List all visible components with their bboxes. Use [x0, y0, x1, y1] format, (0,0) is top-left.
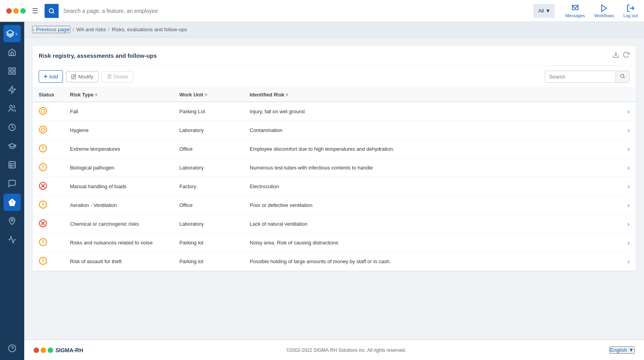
cell-identified-risk: Numerous test tubes with infectious cont… [243, 159, 620, 177]
modify-button[interactable]: Modify [66, 71, 98, 82]
row-detail-button[interactable]: › [628, 202, 630, 209]
search-icon [48, 7, 55, 14]
row-detail-button[interactable]: › [628, 239, 630, 246]
sidebar-item-activity[interactable] [4, 81, 21, 98]
status-icon [39, 107, 47, 115]
svg-line-22 [624, 77, 625, 78]
th-risk-type: Risk Type ▿ [64, 88, 173, 102]
search-icon-box [45, 4, 59, 18]
row-detail-button[interactable]: › [628, 146, 630, 153]
cell-work-unit: Office [173, 140, 243, 159]
breadcrumb-wa-risks: WA and risks [76, 27, 106, 32]
sidebar-item-chat[interactable] [4, 175, 21, 192]
cell-chevron: › [620, 252, 636, 271]
sidebar-item-compliance[interactable] [4, 212, 21, 230]
sidebar-item-analytics[interactable] [4, 231, 21, 248]
card-header: Risk registry, assessments and follow-up… [32, 46, 636, 66]
download-button[interactable] [612, 51, 619, 60]
cell-chevron: › [620, 102, 636, 121]
people-icon [8, 104, 16, 113]
download-icon [612, 51, 619, 58]
dashboard-icon [8, 67, 16, 75]
top-nav: ☰ All ▼ Messages Workflows [0, 0, 644, 22]
svg-point-0 [49, 9, 54, 13]
language-selector[interactable]: English ▼ [609, 346, 635, 354]
status-icon [39, 219, 47, 228]
svg-point-25 [39, 126, 47, 133]
breadcrumb-back-button[interactable]: ‹ Previous page [32, 26, 70, 33]
status-icon [39, 238, 47, 246]
sidebar-item-home[interactable] [4, 44, 21, 61]
workflows-button[interactable]: Workflows [594, 4, 614, 18]
delete-button[interactable]: Delete [102, 71, 134, 82]
row-detail-button[interactable]: › [628, 127, 630, 134]
footer-logo: SIGMA-RH [34, 347, 83, 353]
th-chevron [620, 88, 636, 102]
sidebar-item-training[interactable] [4, 137, 21, 155]
cell-risk-type: Fall [64, 102, 173, 121]
language-label: English [610, 347, 627, 353]
messages-icon [571, 4, 580, 12]
search-all-dropdown[interactable]: All ▼ [534, 4, 554, 18]
sidebar-item-info[interactable]: ! [4, 194, 21, 211]
sidebar-item-time[interactable] [4, 119, 21, 136]
main-card: Risk registry, assessments and follow-up… [32, 45, 636, 271]
svg-rect-6 [13, 68, 15, 70]
row-detail-button[interactable]: › [628, 108, 630, 115]
table-row: Risks and nuisances related to noise Par… [32, 233, 636, 252]
card-title: Risk registry, assessments and follow-up… [39, 52, 157, 59]
table-search-input[interactable] [545, 71, 615, 82]
filter-identified-risk-icon[interactable]: ▿ [286, 92, 288, 98]
svg-line-1 [53, 12, 54, 13]
sidebar-item-dashboard[interactable] [4, 62, 21, 80]
risk-table: Status Risk Type ▿ Work Unit ▿ [32, 88, 636, 271]
status-icon [39, 125, 47, 134]
messages-button[interactable]: Messages [565, 4, 585, 18]
time-icon [8, 123, 16, 132]
svg-text:!: ! [11, 200, 13, 205]
add-button[interactable]: + Add [39, 70, 63, 83]
cell-risk-type: Biological pathogen [64, 159, 173, 177]
filter-work-unit-icon[interactable]: ▿ [205, 92, 207, 98]
cell-status [32, 215, 64, 233]
global-search-bar: All ▼ [45, 4, 555, 18]
cell-status [32, 177, 64, 196]
sidebar-item-people[interactable] [4, 100, 21, 117]
training-icon [8, 142, 16, 150]
row-detail-button[interactable]: › [628, 164, 630, 171]
logo-dots [6, 8, 26, 14]
row-detail-button[interactable]: › [628, 258, 630, 265]
cell-work-unit: Laboratory [173, 121, 243, 140]
activity-icon [8, 86, 16, 94]
toolbar: + Add Modify Delete [32, 66, 636, 88]
status-icon [39, 163, 47, 171]
filter-risk-type-icon[interactable]: ▿ [95, 92, 97, 98]
refresh-button[interactable] [623, 51, 630, 60]
search-input[interactable] [59, 4, 534, 18]
hamburger-button[interactable]: ☰ [30, 5, 40, 17]
table-row: Extreme temperatures Office Employee dis… [32, 140, 636, 159]
sidebar-item-reports[interactable] [4, 156, 21, 173]
cell-chevron: › [620, 215, 636, 233]
sidebar-item-layers[interactable]: ▼ [4, 25, 21, 42]
cell-work-unit: Laboratory [173, 215, 243, 233]
status-icon [39, 144, 47, 153]
svg-point-21 [621, 74, 624, 77]
dot-yellow [13, 8, 19, 14]
cell-work-unit: Parking lot [173, 252, 243, 271]
row-detail-button[interactable]: › [628, 221, 630, 228]
breadcrumb-risks-evaluations: Risks, evaluations and follow-ups [112, 27, 187, 32]
svg-rect-5 [9, 68, 11, 70]
dot-red [6, 8, 12, 14]
svg-point-26 [41, 128, 45, 131]
logout-button[interactable]: Log out [623, 4, 638, 18]
layers-icon [6, 29, 14, 38]
svg-rect-8 [13, 72, 15, 74]
cell-identified-risk: Poor or defective ventilation [243, 196, 620, 215]
sidebar-item-help[interactable] [4, 340, 21, 357]
content-area: ‹ Previous page / WA and risks / Risks, … [24, 22, 644, 360]
table-search-button[interactable] [615, 71, 629, 82]
home-icon [8, 48, 16, 57]
row-detail-button[interactable]: › [628, 183, 630, 190]
breadcrumb: ‹ Previous page / WA and risks / Risks, … [24, 22, 644, 37]
